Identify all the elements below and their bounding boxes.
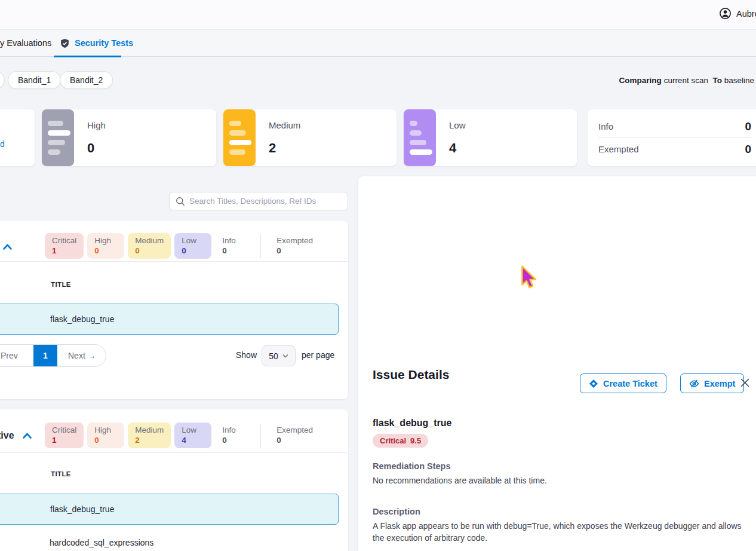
exempted-count: 0 [745, 143, 751, 156]
current-page-button[interactable]: 1 [33, 344, 57, 367]
section2-title-column-header: TITLE [51, 470, 71, 477]
info-count: 0 [745, 120, 751, 133]
severity-card-low: Low 4 [404, 109, 577, 166]
low-card-label: Low [449, 120, 466, 130]
severity-card-high: High 0 [42, 109, 216, 166]
create-ticket-button[interactable]: Create Ticket [580, 374, 666, 393]
severity-badge-score: 9.5 [410, 436, 421, 445]
remediation-heading: Remediation Steps [373, 461, 451, 471]
medium-card-count: 2 [269, 140, 276, 156]
search-box [169, 192, 348, 210]
severity-pill-low: Low 0 [174, 233, 211, 259]
pill-divider [260, 234, 261, 258]
severity-pill-info: Info 0 [215, 233, 252, 259]
top-header: Aubre [0, 0, 756, 30]
user-name: Aubre [736, 9, 756, 19]
severity-badge: Critical 9.5 [373, 434, 428, 448]
eye-off-icon [689, 379, 699, 388]
low-card-count: 4 [449, 140, 456, 156]
issue-row-title: flask_debug_true [50, 504, 114, 514]
tab-security-tests[interactable]: Security Tests [54, 30, 139, 57]
section2-collapse-chevron-up-icon[interactable] [22, 432, 32, 439]
severity-pill-critical: Critical 1 [45, 423, 84, 448]
low-gauge-icon [404, 109, 436, 166]
tab-security-tests-label: Security Tests [75, 38, 133, 48]
page-size-value: 50 [269, 351, 278, 361]
issue-details-panel: Issue Details Create Ticket Exempt flask… [358, 176, 756, 551]
issue-row-title: hardcoded_sql_expressions [50, 538, 153, 547]
comparing-label: Comparing [619, 76, 662, 85]
exempted-label: Exempted [598, 144, 639, 154]
severity-pill-exempted: Exempted 0 [269, 233, 320, 259]
panel-title: Issue Details [373, 368, 449, 382]
medium-card-label: Medium [269, 120, 300, 130]
exempted-row: Exempted 0 [598, 138, 751, 160]
scan-chip-bandit1-label: Bandit_1 [18, 75, 51, 85]
issues-section-2: tive Critical 1 High 0 Medium 2 Low 4 In… [0, 409, 348, 551]
high-card-label: High [87, 120, 106, 130]
chevron-down-icon [282, 354, 288, 358]
tab-policy-evaluations[interactable]: y Evaluations [0, 38, 51, 48]
scan-chip-bandit2[interactable]: Bandit_2 [60, 71, 113, 89]
comparing-baseline: baseline [724, 76, 754, 85]
comparing-current: current scan [664, 76, 708, 85]
severity-pill-high: High 0 [87, 423, 124, 448]
per-page-label: per page [302, 350, 334, 360]
info-row: Info 0 [598, 115, 751, 137]
pagination: ← Prev 1 Next → [0, 344, 106, 367]
close-icon[interactable] [740, 378, 749, 387]
issue-row-flask-debug-true[interactable]: flask_debug_true [0, 304, 339, 335]
severity-pill-medium: Medium 2 [128, 423, 171, 448]
section2-divider [0, 452, 348, 453]
user-avatar-icon [719, 7, 732, 20]
scan-chip-bandit1[interactable]: Bandit_1 [8, 71, 61, 89]
active-tab-underline [54, 56, 121, 57]
severity-pill-low: Low 4 [174, 423, 211, 448]
description-text: A Flask app appears to be run with debug… [373, 520, 746, 544]
issues-section-1: Critical 1 High 0 Medium 0 Low 0 Info 0 … [0, 221, 348, 399]
section1-collapse-chevron-up-icon[interactable] [2, 243, 13, 250]
tab-bar: y Evaluations Security Tests [0, 30, 756, 57]
search-icon [176, 197, 185, 206]
high-gauge-icon [42, 109, 74, 166]
severity-badge-label: Critical [380, 436, 406, 445]
medium-gauge-icon [223, 109, 256, 166]
section1-title-column-header: TITLE [51, 281, 71, 288]
compare-status: Comparing current scan To baseline [619, 76, 754, 85]
next-page-button[interactable]: Next → [57, 351, 96, 360]
severity-pill-exempted: Exempted 0 [269, 423, 320, 448]
section2-severity-pills: Critical 1 High 0 Medium 2 Low 4 Info 0 … [45, 423, 320, 448]
high-card-count: 0 [87, 140, 94, 156]
page-size-select[interactable]: 50 [262, 345, 296, 366]
severity-card-medium: Medium 2 [223, 109, 397, 166]
exempt-label: Exempt [704, 379, 735, 388]
mouse-cursor [520, 265, 538, 290]
security-tests-page: Aubre y Evaluations Security Tests Bandi… [0, 0, 756, 551]
shield-icon [60, 38, 70, 48]
issue-row-hardcoded-sql-expressions[interactable]: hardcoded_sql_expressions [0, 529, 339, 551]
create-ticket-label: Create Ticket [603, 379, 657, 388]
remediation-text: No recommendations are available at this… [373, 475, 746, 486]
tab-policy-evaluations-label: y Evaluations [0, 38, 51, 48]
severity-pill-info: Info 0 [215, 423, 252, 448]
description-heading: Description [373, 507, 420, 516]
pill-divider [260, 424, 261, 448]
issue-row-flask-debug-true[interactable]: flask_debug_true [0, 494, 339, 525]
section1-divider [0, 261, 348, 262]
severity-pill-critical: Critical 1 [45, 233, 84, 259]
severity-card-critical-partial: d [0, 109, 35, 166]
section2-label-fragment: tive [0, 430, 14, 441]
section1-severity-pills: Critical 1 High 0 Medium 0 Low 0 Info 0 … [45, 233, 320, 259]
info-label: Info [598, 121, 613, 131]
prev-page-button[interactable]: ← Prev [0, 351, 33, 360]
ticket-diamond-icon [589, 379, 598, 388]
exempt-button[interactable]: Exempt [680, 374, 744, 393]
user-menu[interactable]: Aubre [719, 7, 756, 20]
search-input[interactable] [189, 197, 342, 206]
info-exempted-card: Info 0 Exempted 0 [588, 109, 756, 166]
severity-pill-high: High 0 [87, 233, 124, 259]
scan-chip-partial[interactable] [0, 71, 5, 89]
issue-title: flask_debug_true [373, 418, 451, 428]
comparing-to-label: To [712, 76, 722, 85]
show-label: Show [236, 350, 257, 360]
